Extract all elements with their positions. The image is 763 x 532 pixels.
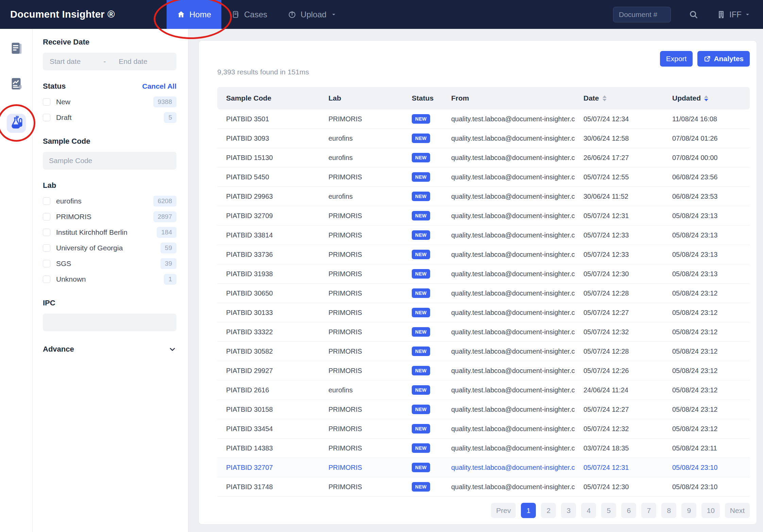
tab-cases[interactable]: Cases xyxy=(221,0,277,29)
cell-status: NEW xyxy=(407,250,442,259)
page-button-6[interactable]: 6 xyxy=(621,503,636,518)
cell-sample-code[interactable]: PIATBID 29963 xyxy=(217,193,320,200)
status-badge: NEW xyxy=(412,114,430,124)
page-button-10[interactable]: 10 xyxy=(701,503,719,518)
sort-icon[interactable] xyxy=(704,95,708,101)
lab-options: eurofins6208PRIMORIS2897Institut Kirchho… xyxy=(43,193,176,287)
checkbox[interactable] xyxy=(43,244,50,252)
table-row[interactable]: PIATBID 33736PRIMORISNEWquality.test.lab… xyxy=(217,245,750,264)
filter-option-lab-institut-kirchhoff-berlin[interactable]: Institut Kirchhoff Berlin184 xyxy=(43,225,176,240)
page-button-4[interactable]: 4 xyxy=(581,503,596,518)
filter-option-label: Institut Kirchhoff Berlin xyxy=(56,228,128,236)
table-row[interactable]: PIATBID 29927PRIMORISNEWquality.test.lab… xyxy=(217,361,750,380)
filter-option-lab-unknown[interactable]: Unknown1 xyxy=(43,271,176,287)
checkbox[interactable] xyxy=(43,260,50,267)
page-button-8[interactable]: 8 xyxy=(661,503,676,518)
cell-sample-code[interactable]: PIATBID 3501 xyxy=(217,115,320,123)
start-date-placeholder[interactable]: Start date xyxy=(43,57,102,66)
rail-item-report[interactable] xyxy=(7,74,26,93)
cell-status: NEW xyxy=(407,463,442,472)
table-row[interactable]: PIATBID 33814PRIMORISNEWquality.test.lab… xyxy=(217,226,750,245)
cell-sample-code[interactable]: PIATBID 32709 xyxy=(217,212,320,220)
cell-sample-code[interactable]: PIATBID 31938 xyxy=(217,270,320,278)
checkbox[interactable] xyxy=(43,229,50,236)
table-row[interactable]: PIATBID 31938PRIMORISNEWquality.test.lab… xyxy=(217,264,750,284)
checkbox[interactable] xyxy=(43,276,50,283)
table-row[interactable]: PIATBID 15130eurofinsNEWquality.test.lab… xyxy=(217,148,750,167)
table-row[interactable]: PIATBID 32709PRIMORISNEWquality.test.lab… xyxy=(217,206,750,226)
page-button-3[interactable]: 3 xyxy=(561,503,576,518)
filter-option-lab-sgs[interactable]: SGS39 xyxy=(43,256,176,271)
date-range-input[interactable]: Start date - End date xyxy=(43,53,176,70)
page-button-2[interactable]: 2 xyxy=(541,503,556,518)
org-menu[interactable]: IFF xyxy=(716,10,750,19)
checkbox[interactable] xyxy=(43,98,50,106)
checkbox[interactable] xyxy=(43,197,50,205)
column-header-updated[interactable]: Updated xyxy=(663,94,750,102)
filter-option-lab-primoris[interactable]: PRIMORIS2897 xyxy=(43,209,176,225)
sample-code-input[interactable] xyxy=(43,152,176,170)
cell-sample-code[interactable]: PIATBID 33322 xyxy=(217,328,320,336)
analytes-button[interactable]: Analytes xyxy=(697,51,750,67)
cell-sample-code[interactable]: PIATBID 31748 xyxy=(217,483,320,491)
cell-sample-code[interactable]: PIATBID 30650 xyxy=(217,289,320,297)
table-row[interactable]: PIATBID 2616eurofinsNEWquality.test.labc… xyxy=(217,380,750,400)
ipc-input[interactable] xyxy=(43,314,176,331)
filter-option-lab-eurofins[interactable]: eurofins6208 xyxy=(43,193,176,209)
cell-sample-code[interactable]: PIATBID 14383 xyxy=(217,444,320,452)
advance-toggle[interactable]: Advance xyxy=(43,345,176,354)
cell-sample-code[interactable]: PIATBID 33736 xyxy=(217,251,320,259)
top-navbar: Document Insighter ® Home Cases xyxy=(0,0,763,29)
checkbox[interactable] xyxy=(43,213,50,220)
cell-sample-code[interactable]: PIATBID 30133 xyxy=(217,309,320,317)
cancel-all-link[interactable]: Cancel All xyxy=(142,82,176,90)
cell-sample-code[interactable]: PIATBID 30582 xyxy=(217,348,320,355)
table-row[interactable]: PIATBID 30650PRIMORISNEWquality.test.lab… xyxy=(217,284,750,303)
table-row[interactable]: PIATBID 30582PRIMORISNEWquality.test.lab… xyxy=(217,342,750,361)
export-button[interactable]: Export xyxy=(660,51,693,67)
end-date-placeholder[interactable]: End date xyxy=(107,57,176,66)
filter-option-status-draft[interactable]: Draft5 xyxy=(43,110,176,125)
page-button-9[interactable]: 9 xyxy=(681,503,696,518)
table-row[interactable]: PIATBID 29963eurofinsNEWquality.test.lab… xyxy=(217,187,750,206)
cell-sample-code[interactable]: PIATBID 30158 xyxy=(217,406,320,413)
cell-sample-code[interactable]: PIATBID 29927 xyxy=(217,367,320,375)
checkbox[interactable] xyxy=(43,114,50,121)
cell-sample-code[interactable]: PIATBID 33454 xyxy=(217,425,320,433)
table-row[interactable]: PIATBID 32707PRIMORISNEWquality.test.lab… xyxy=(217,458,750,477)
table-row[interactable]: PIATBID 30158PRIMORISNEWquality.test.lab… xyxy=(217,400,750,419)
cell-sample-code[interactable]: PIATBID 2616 xyxy=(217,386,320,394)
table-row[interactable]: PIATBID 33322PRIMORISNEWquality.test.lab… xyxy=(217,322,750,342)
table-row[interactable]: PIATBID 33454PRIMORISNEWquality.test.lab… xyxy=(217,419,750,439)
table-row[interactable]: PIATBID 30133PRIMORISNEWquality.test.lab… xyxy=(217,303,750,322)
cell-sample-code[interactable]: PIATBID 3093 xyxy=(217,135,320,142)
cell-sample-code[interactable]: PIATBID 15130 xyxy=(217,154,320,162)
table-row[interactable]: PIATBID 14383PRIMORISNEWquality.test.lab… xyxy=(217,439,750,458)
tab-upload[interactable]: Upload xyxy=(277,0,346,29)
table-row[interactable]: PIATBID 3501PRIMORISNEWquality.test.labc… xyxy=(217,109,750,129)
rail-item-lab-results[interactable] xyxy=(7,114,26,133)
column-header-date[interactable]: Date xyxy=(575,94,663,102)
app-brand: Document Insighter ® xyxy=(0,0,167,29)
sort-icon[interactable] xyxy=(603,95,607,101)
document-number-input[interactable] xyxy=(613,7,671,22)
pagination-prev[interactable]: Prev xyxy=(491,503,516,518)
page-button-5[interactable]: 5 xyxy=(601,503,616,518)
table-row[interactable]: PIATBID 5450PRIMORISNEWquality.test.labc… xyxy=(217,167,750,187)
tab-home[interactable]: Home xyxy=(167,0,221,29)
cell-sample-code[interactable]: PIATBID 33814 xyxy=(217,231,320,239)
page-button-7[interactable]: 7 xyxy=(641,503,656,518)
filter-option-status-new[interactable]: New9388 xyxy=(43,94,176,110)
table-row[interactable]: PIATBID 3093eurofinsNEWquality.test.labc… xyxy=(217,129,750,148)
table-row[interactable]: PIATBID 31748PRIMORISNEWquality.test.lab… xyxy=(217,477,750,497)
cell-from: quality.test.labcoa@document-insighter.c… xyxy=(442,386,575,394)
cell-from: quality.test.labcoa@document-insighter.c… xyxy=(442,154,575,162)
cell-sample-code[interactable]: PIATBID 5450 xyxy=(217,173,320,181)
filter-option-lab-university-of-georgia[interactable]: University of Georgia59 xyxy=(43,240,176,256)
cell-sample-code[interactable]: PIATBID 32707 xyxy=(217,464,320,472)
search-icon[interactable] xyxy=(689,10,699,20)
rail-item-documents[interactable] xyxy=(7,39,26,58)
page-button-1[interactable]: 1 xyxy=(521,503,536,518)
cell-lab: PRIMORIS xyxy=(320,212,407,220)
pagination-next[interactable]: Next xyxy=(725,503,750,518)
